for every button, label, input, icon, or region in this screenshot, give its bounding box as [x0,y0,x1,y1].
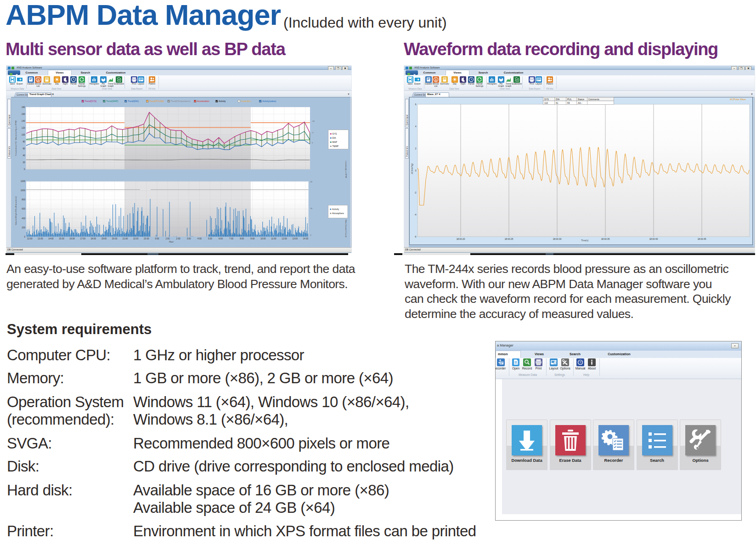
svg-text:18:00:30: 18:00:30 [553,238,562,240]
svg-text:Atmosphere: Atmosphere [332,212,344,215]
svg-text:10:00: 10:00 [260,238,266,240]
svg-text:20:00: 20:00 [112,238,118,240]
svg-text:17:00: 17:00 [80,238,85,240]
svg-text:8:00: 8:00 [240,238,244,240]
svg-text:21:00: 21:00 [123,238,128,240]
svg-text:2: 2 [415,148,417,150]
svg-text:18:00:20: 18:00:20 [457,238,465,240]
svg-text:Activity(value): Activity(value) [262,100,276,102]
svg-text:?: ? [579,360,581,364]
svg-text:Activity: Activity [332,208,339,210]
svg-text:100: 100 [22,134,25,136]
svg-text:Luminosity or BPM: Luminosity or BPM [345,161,347,178]
svg-text:0: 0 [310,234,312,236]
svg-text:20: 20 [23,161,25,164]
svg-text:-4: -4 [414,214,417,216]
svg-text:AC(mmHg): AC(mmHg) [411,164,413,175]
svg-text:3:00: 3:00 [187,238,191,240]
svg-text:22:00: 22:00 [133,238,139,240]
svg-text:DIA: DIA [556,98,560,101]
svg-text:1: 1 [435,78,437,82]
svg-text:200: 200 [22,227,25,229]
svg-text:800: 800 [22,199,25,201]
svg-text:400: 400 [22,217,25,220]
svg-text:ImpactExt: ImpactExt [241,100,251,102]
svg-text:600: 600 [22,208,25,210]
svg-text:18:00:25: 18:00:25 [505,238,513,240]
svg-text:DIA: DIA [333,137,337,139]
svg-text:18:00:40: 18:00:40 [649,238,658,240]
svg-text:12:00: 12:00 [27,238,33,240]
svg-text:0: 0 [415,170,417,172]
svg-text:12:00: 12:00 [282,238,287,240]
svg-text:80: 80 [23,141,25,143]
svg-text:18:00:35: 18:00:35 [601,238,610,240]
svg-text:14:00: 14:00 [48,238,54,240]
svg-text:Comments: Comments [588,98,599,101]
svg-text:60: 60 [23,148,25,150]
svg-text:5:00: 5:00 [208,238,212,240]
svg-text:16:00: 16:00 [69,238,75,240]
svg-text:61: 61 [556,102,559,104]
svg-text:0: 0 [312,142,313,144]
svg-text:6: 6 [415,103,417,106]
svg-text:Activity: Activity [219,100,226,102]
svg-text:140: 140 [22,120,25,122]
svg-text:160: 160 [22,113,25,115]
svg-text:180: 180 [22,106,25,108]
svg-text:11:00: 11:00 [271,238,276,240]
svg-text:40: 40 [23,154,25,157]
svg-text:Trend(DIA): Trend(DIA) [128,100,139,102]
svg-text:MAP: MAP [333,141,337,143]
svg-text:Trend(MAP): Trend(MAP) [106,100,118,102]
svg-text:PUL: PUL [567,98,572,101]
svg-text:69: 69 [567,102,570,104]
svg-text:0: 0 [24,236,25,238]
svg-text:9:00: 9:00 [250,238,254,240]
svg-text:Acceleration: Acceleration [197,100,209,102]
svg-text:Trend(Temperature): Trend(Temperature) [171,100,191,102]
svg-text:-10: -10 [312,120,315,122]
svg-text:Hour: Hour [169,241,174,243]
svg-text:120: 120 [22,127,25,129]
svg-text:6:00: 6:00 [219,238,223,240]
svg-text:-6: -6 [414,236,417,238]
svg-text:19:00: 19:00 [102,238,107,240]
svg-text:13:00: 13:00 [292,238,298,240]
svg-text:14:00: 14:00 [303,238,309,240]
svg-text:4: 4 [415,125,417,128]
svg-text:SYS: SYS [544,98,549,101]
svg-text:-5: -5 [312,131,314,134]
svg-text:Trend(PULSE): Trend(PULSE) [149,100,164,102]
svg-text:18:00: 18:00 [91,238,96,240]
svg-text:-2: -2 [414,192,417,194]
svg-text:Time(s): Time(s) [581,239,589,242]
svg-text:110: 110 [544,102,548,104]
svg-text:Status: Status [578,98,584,101]
svg-text:13:00: 13:00 [38,238,43,240]
svg-text:Trend(SYS): Trend(SYS) [85,100,97,102]
svg-text:20: 20 [310,181,313,183]
svg-text:7:00: 7:00 [229,238,233,240]
svg-text:Value(LMH/gfs/hPa (Atmosphere): Value(LMH/gfs/hPa (Atmosphere) [15,196,17,225]
svg-text:1000: 1000 [21,189,26,192]
svg-text:AC/Pulse Wave: AC/Pulse Wave [730,98,746,101]
svg-text:4:00: 4:00 [197,238,202,240]
svg-text:Value(Impact/Count): Value(Impact/Count) [345,220,347,238]
svg-text:15:00: 15:00 [59,238,64,240]
svg-text:10: 10 [310,207,313,210]
svg-text:SYS: SYS [333,133,337,135]
svg-text:2:00: 2:00 [176,238,181,240]
svg-text:1200: 1200 [21,180,26,182]
svg-text:0:00: 0:00 [155,238,159,240]
svg-text:1:00: 1:00 [166,238,170,240]
svg-text:23:00: 23:00 [144,238,149,240]
svg-text:Temperature(°C) Value(mmHg or: Temperature(°C) Value(mmHg or BPM) [15,120,17,156]
svg-text:1: 1 [37,78,39,82]
svg-text:0: 0 [24,168,25,170]
svg-text:18:00:45: 18:00:45 [698,238,706,240]
svg-text:TEMP: TEMP [333,145,339,148]
svg-text:AA--: AA-- [578,102,582,104]
